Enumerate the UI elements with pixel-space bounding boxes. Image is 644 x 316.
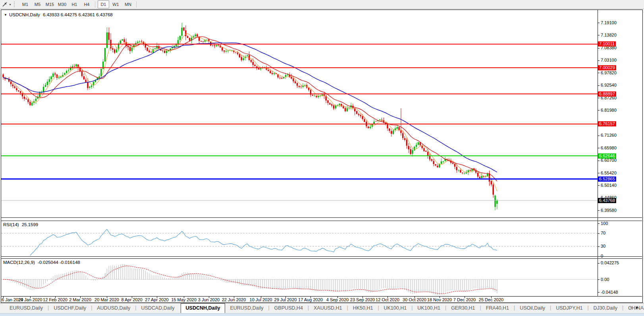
date-label-54: 20 Mar 2020: [94, 297, 119, 302]
price-tick-7.19100: 7.19100: [601, 20, 617, 25]
timeframe-button-m5[interactable]: M5: [32, 0, 43, 8]
collapse-caret-icon[interactable]: ▼: [4, 13, 7, 17]
price-tick-6.60700-tick: [598, 161, 600, 161]
toolbar-separator: [95, 1, 95, 8]
timeframe-button-w1[interactable]: W1: [110, 0, 121, 8]
tab-usdchf-daily[interactable]: USDCHF,Daily: [49, 303, 91, 313]
timeframe-button-m15[interactable]: M15: [44, 0, 56, 8]
date-label-240: 7 Dec 2020: [453, 297, 476, 302]
price-tick-6.50140-tick: [598, 185, 600, 186]
tab-scroll-right-icon[interactable]: ►: [635, 305, 642, 310]
tab-uk100-h1[interactable]: UK100,H1: [379, 303, 412, 313]
date-label-160: 17 Aug 2020: [298, 297, 323, 302]
tab-audusd-daily[interactable]: AUDUSD,Daily: [92, 303, 135, 313]
rsi-tick-30-tick: [598, 246, 600, 247]
price-tick-6.50140: 6.50140: [601, 183, 617, 188]
rsi-chart[interactable]: [1, 221, 598, 256]
tab-eurusd-daily[interactable]: EURUSD,Daily: [225, 303, 268, 313]
price-tick-6.39580-tick: [598, 210, 600, 211]
toolbar-separator: [136, 1, 137, 8]
panel-splitter[interactable]: [1, 217, 642, 221]
tab-dj30-daily[interactable]: DJ30,Daily: [589, 303, 622, 313]
level-badge-6.52865: 6.52865: [598, 176, 616, 182]
tab-xauusd-h1[interactable]: XAUUSD,H1: [309, 303, 347, 313]
price-tick-6.97820-tick: [598, 73, 600, 73]
price-chart[interactable]: [1, 10, 598, 217]
timeframe-button-m30[interactable]: M30: [56, 0, 68, 8]
date-label-40: 2 Mar 2020: [69, 297, 91, 302]
level-badge-6.43768: 6.43768: [598, 198, 616, 203]
tab-gbpusd-h4[interactable]: GBPUSD,H4: [270, 303, 308, 313]
date-label-147: 29 Jul 2020: [274, 297, 297, 302]
level-badge-7.00029: 7.00029: [598, 65, 616, 70]
price-tick-6.92540-tick: [598, 85, 600, 86]
macd-tick--0.04148-tick: [598, 292, 600, 293]
level-badge-6.88897: 6.88897: [598, 91, 616, 97]
rsi-tick-0: 0: [601, 254, 603, 258]
date-label-27: 12 Feb 2020: [43, 297, 67, 302]
price-tick-6.65980-tick: [598, 148, 600, 148]
date-label-94: 15 May 2020: [171, 297, 197, 302]
macd-chart[interactable]: [1, 259, 598, 296]
price-tick-7.03100-tick: [598, 60, 600, 61]
tab-usdcad-daily[interactable]: USDCAD,Daily: [136, 303, 179, 313]
rsi-tick-0-tick: [598, 256, 600, 257]
timeframe-button-h1[interactable]: H1: [69, 0, 80, 8]
tab-usoil-daily[interactable]: USOil,Daily: [515, 303, 550, 313]
tab-uk100-h1[interactable]: UK100,H1: [413, 303, 445, 313]
timeframe-button-mn[interactable]: MN: [122, 0, 134, 8]
price-tick-6.81980-tick: [598, 110, 600, 111]
level-badge-6.76157: 6.76157: [598, 121, 616, 126]
chart-title: ▼USDCNH,Daily6.43933 6.44275 6.42361 6.4…: [4, 12, 113, 17]
date-label-200: 12 Oct 2020: [376, 297, 399, 302]
price-tick-6.71260-tick: [598, 136, 600, 136]
timeframe-toolbar: ▼ M1M5M15M30H1H4D1W1MN: [0, 0, 644, 9]
rsi-tick-100: 100: [601, 221, 608, 226]
price-tick-6.92540: 6.92540: [601, 83, 617, 87]
date-label-214: 30 Oct 2020: [403, 297, 426, 302]
rsi-label: RSI(14)25.1599: [3, 222, 38, 227]
price-tick-6.71260: 6.71260: [601, 133, 617, 138]
price-tick-6.97820: 6.97820: [601, 70, 617, 75]
date-label-67: 8 Apr 2020: [121, 297, 142, 302]
tab-fra40-h1[interactable]: FRA40,H1: [481, 303, 514, 313]
price-tick-7.19100-tick: [598, 23, 600, 23]
timeframe-button-m1[interactable]: M1: [19, 0, 31, 8]
tab-ger30-h1[interactable]: GER30,H1: [446, 303, 480, 313]
price-tick-6.65980: 6.65980: [601, 145, 617, 150]
date-label-174: 4 Sep 2020: [326, 297, 349, 302]
chart-title-ohlc: 6.43933 6.44275 6.42361 6.43768: [43, 12, 113, 17]
tool-dropdown-caret-icon[interactable]: ▼: [9, 3, 12, 6]
date-label-134: 10 Jul 2020: [250, 297, 272, 302]
date-label-120: 22 Jun 2020: [222, 297, 246, 302]
price-tick-6.55420-tick: [598, 173, 600, 173]
rsi-tick-30: 30: [601, 244, 605, 248]
crosshair-tool-icon[interactable]: [0, 0, 9, 8]
price-tick-7.13820-tick: [598, 35, 600, 35]
date-label-80: 27 Apr 2020: [145, 297, 168, 302]
tab-eurusd-daily[interactable]: EURUSD,Daily: [5, 303, 48, 313]
tab-usdjpy-h1[interactable]: USDJPY,H1: [551, 303, 587, 313]
date-label-14: 24 Jan 2020: [18, 297, 42, 302]
chart-title-symbol: USDCNH,Daily: [9, 12, 40, 17]
tab-usdcnh-daily[interactable]: USDCNH,Daily: [181, 303, 226, 313]
rsi-tick-70-tick: [598, 233, 600, 234]
timeframe-button-d1[interactable]: D1: [98, 0, 109, 8]
timeframe-button-h4[interactable]: H4: [81, 0, 93, 8]
macd-tick-0.042275: 0.042275: [601, 260, 619, 265]
macd-tick-0.00-tick: [598, 279, 600, 280]
toolbar-grip[interactable]: [14, 2, 17, 7]
level-badge-7.10011: 7.10011: [598, 41, 616, 47]
macd-values: -0.025044 -0.016148: [38, 260, 80, 265]
date-label-187: 23 Sep 2020: [350, 297, 375, 302]
price-tick-7.08380-tick: [598, 48, 600, 48]
tab-hk50-h1[interactable]: HK50,H1: [348, 303, 378, 313]
status-bar: [0, 313, 644, 316]
rsi-tick-100-tick: [598, 223, 600, 224]
tab-scroll-left-icon[interactable]: ◄: [629, 305, 635, 310]
date-label-254: 25 Dec 2020: [479, 297, 503, 302]
rsi-value: 25.1599: [22, 222, 39, 227]
price-tick-6.81980: 6.81980: [601, 108, 617, 112]
price-tick-7.13820: 7.13820: [601, 33, 617, 37]
rsi-tick-70: 70: [601, 231, 605, 235]
